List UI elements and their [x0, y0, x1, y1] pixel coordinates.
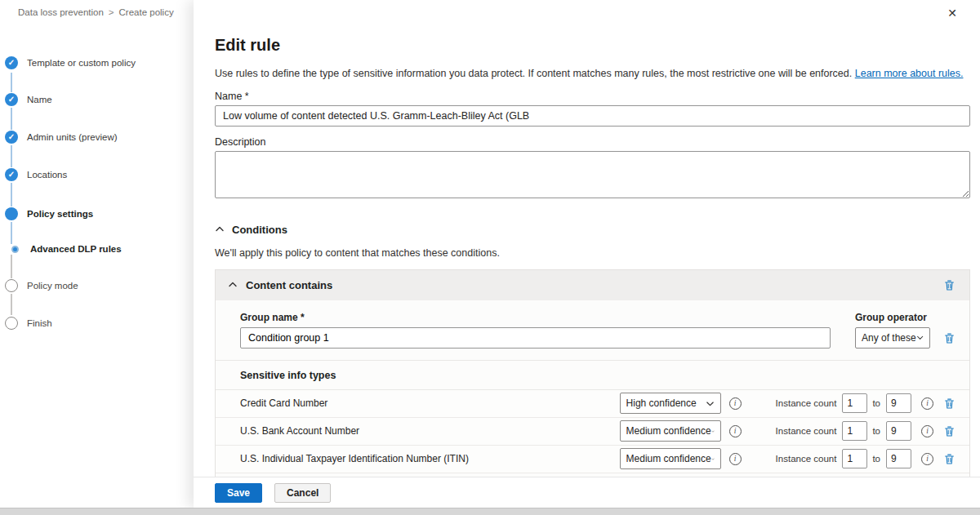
to-label: to [872, 454, 880, 464]
trash-icon [943, 279, 956, 291]
content-contains-header[interactable]: Content contains [216, 270, 969, 300]
save-button[interactable]: Save [215, 483, 262, 503]
confidence-dropdown[interactable]: Medium confidence [620, 420, 721, 442]
page: Data loss prevention>Create policy ✓ Tem… [0, 0, 980, 515]
step-current-icon [5, 207, 18, 220]
delete-row-button[interactable] [942, 424, 957, 439]
sensitive-info-row: U.S. Bank Account Number Medium confiden… [216, 418, 969, 446]
sensitive-info-name: Credit Card Number [240, 397, 620, 409]
check-icon: ✓ [8, 133, 15, 141]
sidebar-step-admin-units[interactable]: ✓ Admin units (preview) [5, 131, 118, 144]
wizard-steps: ✓ Template or custom policy ✓ Name ✓ Adm… [0, 0, 194, 508]
sidebar-step-template-or-custom-policy[interactable]: ✓ Template or custom policy [5, 56, 136, 69]
step-label: Admin units (preview) [27, 132, 118, 142]
sidebar-step-policy-settings[interactable]: Policy settings [5, 207, 93, 220]
conditions-section-header[interactable]: Conditions [215, 224, 970, 236]
panel-footer: Save Cancel [194, 477, 980, 508]
step-connector [11, 222, 12, 244]
intro-text: Use rules to define the type of sensitiv… [215, 67, 970, 81]
group-operator-label: Group operator [855, 312, 930, 323]
step-connector [11, 183, 12, 206]
info-icon[interactable]: i [921, 453, 933, 465]
info-icon[interactable]: i [729, 397, 742, 410]
intro-body: Use rules to define the type of sensitiv… [215, 68, 855, 79]
confidence-dropdown[interactable]: Medium confidence [620, 448, 721, 469]
info-icon[interactable]: i [921, 425, 933, 437]
sensitive-info-name: U.S. Bank Account Number [240, 425, 620, 437]
chevron-down-icon [706, 399, 715, 408]
sensitive-info-row: Credit Card Number High confidence i Ins… [216, 390, 969, 418]
name-label: Name * [215, 91, 970, 102]
step-label: Advanced DLP rules [30, 244, 122, 254]
description-label: Description [215, 136, 970, 148]
group-operator-dropdown[interactable]: Any of these [855, 327, 930, 349]
step-label: Policy settings [27, 209, 93, 219]
sidebar-step-locations[interactable]: ✓ Locations [5, 168, 67, 181]
content-contains-box: Content contains Group name * Group oper… [215, 269, 970, 477]
info-icon[interactable]: i [921, 397, 933, 410]
info-icon[interactable]: i [729, 425, 742, 437]
confidence-value: High confidence [626, 397, 697, 409]
bottom-strip [0, 508, 980, 515]
delete-row-button[interactable] [942, 451, 957, 467]
close-icon: ✕ [947, 7, 957, 20]
confidence-dropdown[interactable]: High confidence [620, 393, 721, 414]
check-icon: ✓ [8, 95, 15, 104]
add-dropdown[interactable]: Add [216, 473, 969, 477]
step-connector [11, 294, 12, 315]
sensitive-info-types-header: Sensitive info types [216, 361, 969, 390]
instance-count-label: Instance count [776, 398, 837, 408]
step-completed-icon: ✓ [5, 93, 18, 106]
instance-min-input[interactable] [842, 393, 867, 413]
group-name-input[interactable] [240, 327, 831, 349]
sidebar-step-advanced-dlp-rules[interactable]: Advanced DLP rules [8, 244, 122, 254]
step-label: Policy mode [27, 281, 78, 291]
info-icon[interactable]: i [729, 453, 742, 465]
trash-icon [943, 332, 956, 344]
sidebar-step-policy-mode[interactable]: Policy mode [5, 279, 78, 292]
instance-min-input[interactable] [842, 449, 867, 468]
step-upcoming-icon [5, 279, 18, 292]
learn-more-link[interactable]: Learn more about rules. [855, 68, 964, 79]
to-label: to [872, 426, 880, 436]
group-operator-value: Any of these [862, 332, 916, 344]
trash-icon [943, 397, 956, 410]
step-substep-icon [11, 246, 19, 253]
sensitive-info-row: U.S. Individual Taxpayer Identification … [216, 446, 969, 473]
conditions-subtitle: We'll apply this policy to content that … [215, 247, 970, 259]
step-connector [11, 108, 12, 130]
instance-count-label: Instance count [776, 454, 837, 464]
group-name-field: Group name * [240, 312, 831, 349]
group-name-label: Group name * [240, 312, 831, 323]
instance-max-input[interactable] [886, 421, 911, 441]
step-label: Finish [27, 318, 52, 328]
step-label: Locations [27, 170, 67, 180]
step-completed-icon: ✓ [5, 56, 18, 69]
instance-max-input[interactable] [886, 449, 911, 468]
delete-group-button[interactable] [942, 331, 957, 346]
rule-name-input[interactable] [215, 105, 970, 127]
edit-rule-panel: ✕ Edit rule Use rules to define the type… [194, 0, 980, 508]
group-operator-field: Group operator Any of these [855, 312, 930, 349]
close-button[interactable]: ✕ [942, 3, 962, 23]
delete-condition-button[interactable] [942, 277, 957, 293]
confidence-value: Medium confidence [626, 453, 711, 464]
sidebar-step-name[interactable]: ✓ Name [5, 93, 52, 106]
chevron-down-icon [711, 427, 715, 436]
chevron-down-icon [916, 333, 924, 342]
trash-icon [943, 425, 956, 437]
chevron-up-icon [228, 280, 238, 290]
condition-group-row: Group name * Group operator Any of these [216, 300, 969, 361]
rule-description-input[interactable] [215, 151, 970, 198]
step-label: Name [27, 95, 52, 104]
sidebar-step-finish[interactable]: Finish [5, 317, 52, 330]
conditions-title: Conditions [232, 224, 287, 236]
instance-min-input[interactable] [842, 421, 867, 441]
sensitive-info-name: U.S. Individual Taxpayer Identification … [240, 453, 620, 464]
cancel-button[interactable]: Cancel [274, 483, 331, 503]
trash-icon [943, 453, 956, 465]
step-upcoming-icon [5, 317, 18, 330]
wizard-sidebar: Data loss prevention>Create policy ✓ Tem… [0, 0, 194, 508]
instance-max-input[interactable] [886, 393, 911, 413]
delete-row-button[interactable] [942, 396, 957, 411]
